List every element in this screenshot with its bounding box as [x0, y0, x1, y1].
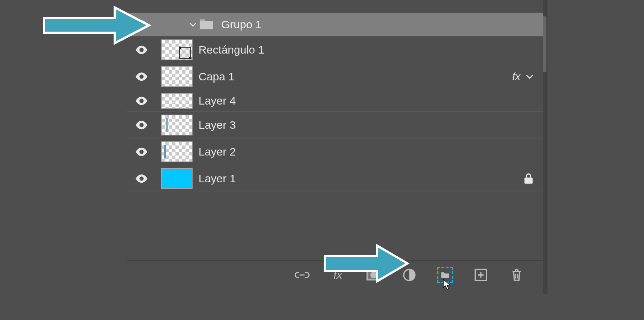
eye-icon: [135, 121, 148, 129]
link-icon: [295, 270, 310, 280]
layer-row[interactable]: Layer 1: [127, 165, 543, 192]
layer-thumbnail[interactable]: [161, 66, 193, 87]
visibility-toggle[interactable]: [127, 63, 156, 90]
layer-effects-badge[interactable]: fx: [512, 71, 520, 83]
visibility-toggle[interactable]: [127, 36, 156, 63]
chevron-down-icon[interactable]: [526, 73, 534, 81]
layer-group-row[interactable]: Grupo 1: [127, 13, 543, 36]
visibility-toggle[interactable]: [127, 13, 156, 36]
adjustment-icon: [403, 268, 416, 282]
visibility-toggle[interactable]: [127, 138, 156, 165]
layer-row[interactable]: Layer 2: [127, 138, 543, 165]
layer-thumbnail[interactable]: [161, 93, 193, 109]
layer-row[interactable]: Layer 3: [127, 112, 543, 138]
layer-thumbnail[interactable]: [161, 39, 193, 60]
layer-thumbnail[interactable]: [161, 141, 193, 162]
mask-icon: [367, 269, 381, 281]
layer-row[interactable]: Capa 1 fx: [127, 63, 543, 90]
chevron-down-icon: [189, 20, 197, 29]
visibility-toggle[interactable]: [127, 112, 156, 138]
layer-name[interactable]: Layer 2: [199, 145, 543, 158]
svg-rect-0: [524, 177, 533, 183]
delete-layer-button[interactable]: [508, 267, 525, 283]
link-layers-button[interactable]: [294, 267, 310, 283]
layer-name[interactable]: Layer 3: [199, 119, 543, 131]
expand-toggle[interactable]: [188, 20, 198, 29]
layer-name[interactable]: Layer 1: [199, 172, 523, 185]
eye-icon: [135, 20, 148, 29]
visibility-toggle[interactable]: [127, 90, 156, 111]
folder-icon: [198, 17, 215, 32]
eye-icon: [135, 147, 148, 156]
eye-icon: [135, 72, 148, 81]
eye-icon: [135, 174, 148, 183]
eye-icon: [135, 96, 148, 105]
layer-list: Grupo 1 Rectángulo 1 Capa 1: [127, 13, 543, 192]
visibility-toggle[interactable]: [127, 165, 156, 192]
adjustment-layer-button[interactable]: [401, 267, 418, 283]
lock-icon[interactable]: [523, 173, 534, 184]
layer-name[interactable]: Layer 4: [199, 95, 543, 107]
eye-icon: [135, 45, 148, 54]
cursor-icon: [442, 278, 452, 291]
layer-row[interactable]: Layer 4: [127, 90, 543, 112]
layer-row[interactable]: Rectángulo 1: [127, 36, 543, 63]
new-layer-icon: [474, 268, 488, 282]
svg-point-2: [370, 272, 377, 278]
layer-thumbnail[interactable]: [161, 168, 193, 189]
layer-style-button[interactable]: fx: [330, 267, 346, 283]
layers-panel: Grupo 1 Rectángulo 1 Capa 1: [127, 0, 543, 294]
layer-mask-button[interactable]: [365, 267, 382, 283]
layers-bottom-bar: fx: [127, 260, 543, 289]
new-layer-button[interactable]: [473, 267, 489, 283]
layer-name[interactable]: Capa 1: [199, 70, 512, 83]
layer-name[interactable]: Rectángulo 1: [199, 44, 543, 56]
fx-icon: fx: [333, 269, 342, 281]
trash-icon: [511, 268, 523, 282]
layer-thumbnail[interactable]: [161, 115, 193, 135]
group-name[interactable]: Grupo 1: [221, 18, 543, 31]
